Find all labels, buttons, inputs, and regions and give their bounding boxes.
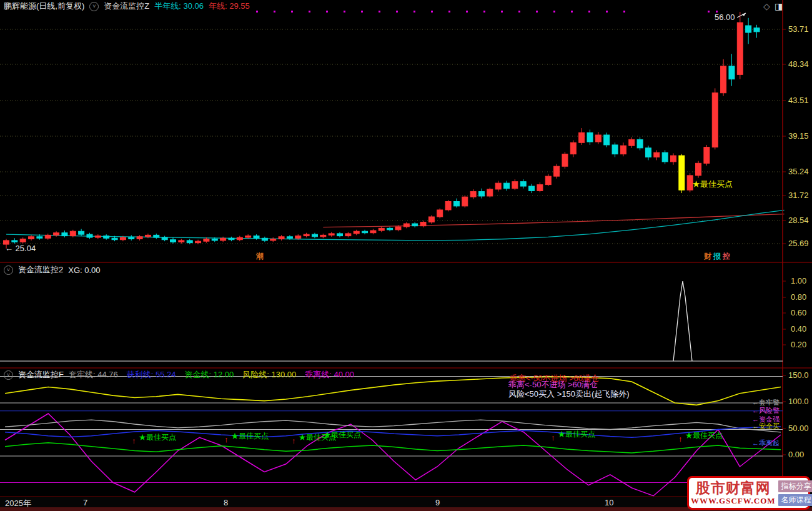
- candle-body: [620, 146, 626, 154]
- buy-arrow-icon: ↑: [678, 434, 683, 444]
- trapped-line: [5, 420, 781, 432]
- price-axis-label: 28.54: [788, 216, 809, 225]
- best-buy-point-label: ★最佳买点: [139, 432, 176, 443]
- price-axis-label: 25.69: [788, 239, 809, 248]
- candle-body: [129, 237, 134, 239]
- candle-body: [712, 93, 718, 147]
- panel3-right-label: ←乖离起: [752, 439, 780, 448]
- candle-body: [171, 240, 176, 242]
- candle-body: [671, 156, 676, 162]
- candle-body: [412, 224, 418, 226]
- panel3-indicator-name[interactable]: 资金流监控F: [18, 369, 64, 380]
- event-marker: 控: [723, 251, 730, 262]
- candle-body: [62, 233, 67, 236]
- candle-body: [54, 233, 59, 236]
- price-axis-label: 48.34: [788, 59, 809, 69]
- chevron-down-icon[interactable]: ˅: [89, 2, 99, 11]
- candle-body: [87, 234, 92, 237]
- candle-body: [470, 192, 476, 197]
- candle-body: [579, 132, 585, 142]
- candle-body: [196, 241, 201, 242]
- candle-body: [112, 238, 117, 239]
- candle-body: [245, 236, 251, 237]
- risk-line: [5, 377, 781, 405]
- watermark-badge-courses: 名师课程: [778, 494, 812, 506]
- candle-body: [79, 231, 84, 234]
- candle-body: [12, 241, 17, 242]
- candle-body: [654, 152, 660, 157]
- candle-body: [29, 237, 34, 239]
- event-marker: 财: [704, 251, 711, 262]
- panel2-indicator-name[interactable]: 资金流监控2: [18, 264, 63, 275]
- candle-body: [229, 238, 234, 239]
- event-marker: 潮: [256, 251, 264, 262]
- watermark-site-name: 股市财富网: [691, 480, 776, 496]
- candle-body: [478, 192, 484, 196]
- candle-body: [287, 237, 292, 238]
- legend-item: 风险线: 130.00: [242, 369, 296, 380]
- candle-body: [354, 231, 359, 234]
- candle-body: [37, 237, 42, 238]
- legend-item: 套牢线: 44.76: [69, 369, 118, 380]
- watermark-badges: 指标分享 名师课程: [778, 480, 812, 506]
- candle-body: [70, 231, 76, 236]
- legend-item: 获利线: 55.24: [127, 369, 176, 380]
- candle-body: [604, 135, 610, 145]
- candle-body: [145, 235, 151, 236]
- panel3-axis-label: 0.00: [788, 450, 804, 459]
- candle-body: [187, 241, 192, 243]
- candle-body: [120, 237, 126, 240]
- panel2-axis-label: 0.40: [791, 324, 806, 334]
- high-annotation-arrowhead: [742, 13, 746, 16]
- main-indicator-name[interactable]: 资金流监控Z: [104, 1, 149, 12]
- fund-line: [5, 443, 781, 453]
- candle-body: [320, 235, 326, 236]
- best-buy-point-label-main: ★最佳买点: [692, 179, 733, 190]
- best-buy-point-label: ★最佳买点: [685, 430, 723, 441]
- x-axis-label: 7: [83, 498, 87, 507]
- candle-body: [395, 227, 401, 230]
- candle-body: [304, 234, 309, 236]
- candle-body: [204, 239, 209, 241]
- low-price-annotation: ← 25.04: [5, 244, 36, 253]
- candle-body: [754, 28, 760, 32]
- buy-arrow-icon: ↑: [292, 436, 296, 445]
- candle-body: [562, 154, 568, 167]
- main-chart-header: 鹏辉能源(日线,前复权) ˅ 资金流监控Z 半年线: 30.06 年线: 29.…: [0, 0, 812, 12]
- best-buy-point-label: ★最佳买点: [558, 429, 595, 440]
- candle-body: [704, 147, 710, 164]
- candle-body: [512, 182, 518, 189]
- half-year-line-value: 30.06: [183, 1, 204, 11]
- panel3-axis-label: 150.0: [788, 370, 809, 380]
- panel2-axis-label: 0.60: [791, 308, 806, 317]
- chevron-down-icon[interactable]: ˅: [4, 265, 13, 275]
- price-axis-label: 35.24: [788, 167, 809, 176]
- best-buy-point-label: ★最佳买点: [231, 431, 269, 442]
- buy-arrow-icon: ↑: [224, 435, 229, 444]
- candle-body: [462, 197, 468, 206]
- candle-body: [428, 217, 434, 222]
- panel3-axis-label: 100.0: [788, 397, 809, 406]
- chevron-down-icon[interactable]: ˅: [4, 370, 13, 380]
- candle-body: [404, 224, 409, 227]
- candle-body: [329, 234, 334, 235]
- high-price-annotation: 56.00: [715, 12, 735, 22]
- candle-body: [445, 202, 451, 210]
- panel2-header: ˅ 资金流监控2 XG: 0.00: [0, 264, 101, 275]
- candle-body: [554, 166, 560, 176]
- candle-body: [529, 186, 535, 191]
- year-line-value: 29.55: [229, 1, 250, 11]
- candle-body: [270, 239, 276, 240]
- watermark-text: 股市财富网 WWW.GSCFW.COM: [691, 480, 776, 505]
- profit-line: [5, 427, 781, 437]
- stock-name[interactable]: 鹏辉能源(日线,前复权): [4, 1, 84, 12]
- candle-body: [729, 66, 735, 79]
- candle-body: [487, 189, 493, 196]
- candle-body: [545, 176, 551, 184]
- panel2-axis-label: 0.80: [791, 292, 806, 302]
- buy-arrow-icon: ↑: [132, 436, 136, 445]
- candle-body: [95, 236, 101, 237]
- candle-body: [495, 183, 501, 189]
- candle-body: [437, 210, 443, 217]
- x-axis-label: 2025年: [5, 498, 31, 509]
